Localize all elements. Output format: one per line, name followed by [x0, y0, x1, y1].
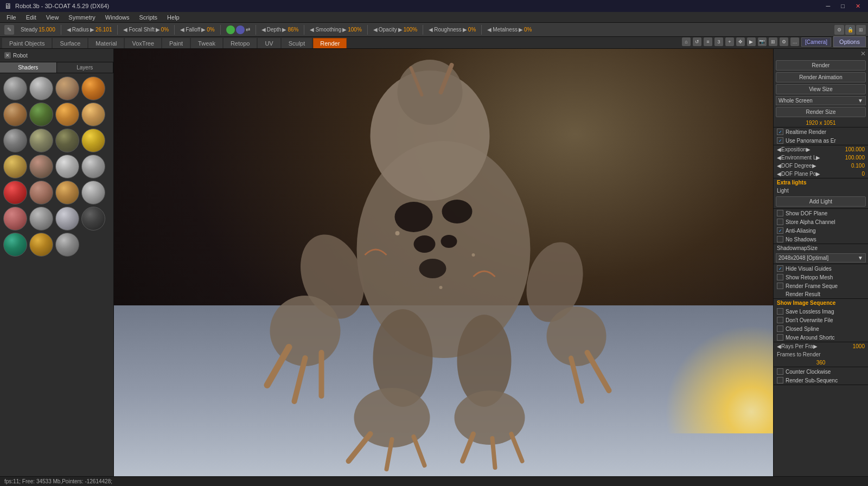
view-size-button[interactable]: View Size [776, 84, 866, 94]
color-blue[interactable] [236, 25, 245, 34]
icon-grid2[interactable]: ⊞ [769, 37, 777, 46]
viewport[interactable] [114, 49, 773, 476]
shader-4[interactable] [81, 76, 105, 100]
menu-symmetry[interactable]: Symmetry [64, 13, 100, 22]
tab-paint-objects[interactable]: Paint Objects [2, 38, 52, 48]
tab-sculpt[interactable]: Sculpt [282, 38, 312, 48]
toolbar-focal[interactable]: ◀Focal Shift▶ 0% [121, 27, 171, 33]
toolbar-smoothing[interactable]: ◀Smoothing▶ 100% [308, 27, 363, 33]
shader-20[interactable] [81, 181, 105, 204]
shader-9[interactable] [3, 129, 27, 152]
no-shadows-checkbox[interactable] [777, 236, 783, 242]
tab-tweak[interactable]: Tweak [191, 38, 222, 48]
shader-11[interactable] [55, 129, 79, 152]
shader-16[interactable] [81, 155, 105, 178]
shader-15[interactable] [55, 155, 79, 178]
render-animation-button[interactable]: Render Animation [776, 72, 866, 82]
toolbar-depth[interactable]: ◀Depth▶ 86% [259, 27, 301, 33]
menu-help[interactable]: Help [163, 13, 184, 22]
render-size-button[interactable]: Render Size [776, 107, 866, 117]
show-retopo-checkbox[interactable] [777, 274, 783, 280]
tree-close-icon[interactable]: ✕ [4, 52, 11, 59]
icon-3d[interactable]: 3 [714, 37, 723, 46]
tab-uv[interactable]: UV [258, 38, 280, 48]
shader-26[interactable] [29, 233, 53, 257]
shader-27[interactable] [55, 233, 79, 257]
tab-voxtree[interactable]: VoxTree [125, 38, 161, 48]
shader-23[interactable] [55, 207, 79, 231]
menu-windows[interactable]: Windows [101, 13, 134, 22]
toolbar-opacity[interactable]: ◀Opacity▶ 100% [371, 27, 419, 33]
tab-layers[interactable]: Layers [57, 62, 114, 73]
shader-5[interactable] [3, 103, 27, 126]
dont-overwrite-checkbox[interactable] [777, 317, 783, 323]
toolbar-metalness[interactable]: ◀Metalness▶ 0% [485, 27, 534, 33]
titlebar-controls[interactable]: ─ □ ✕ [823, 2, 864, 11]
save-lossless-checkbox[interactable] [777, 308, 783, 315]
icon-dots[interactable]: … [790, 37, 799, 46]
tab-shaders[interactable]: Shaders [0, 62, 57, 73]
toolbar-grid-icon[interactable]: ⊞ [856, 25, 866, 35]
toolbar-roughness[interactable]: ◀Roughness▶ 0% [426, 27, 478, 33]
shader-2[interactable] [29, 76, 53, 100]
toolbar-steady[interactable]: Steady 15.000 [18, 27, 58, 33]
icon-settings2[interactable]: ⚙ [780, 37, 788, 46]
shader-17[interactable] [3, 181, 27, 204]
toolbar-radius[interactable]: ◀Radius▶ 26.101 [65, 27, 114, 33]
shader-3[interactable] [55, 76, 79, 100]
shader-6[interactable] [29, 103, 53, 126]
tab-surface[interactable]: Surface [53, 38, 87, 48]
toolbar-lock-icon[interactable]: 🔒 [845, 25, 855, 35]
render-button[interactable]: Render [776, 60, 866, 71]
store-alpha-checkbox[interactable] [777, 219, 783, 225]
shader-14[interactable] [29, 155, 53, 178]
camera-badge[interactable]: [Camera] [801, 37, 831, 47]
realtime-render-checkbox[interactable] [777, 129, 783, 135]
menu-view[interactable]: View [42, 13, 63, 22]
show-dof-checkbox[interactable] [777, 210, 783, 216]
render-frame-checkbox[interactable] [777, 283, 783, 289]
shader-13[interactable] [3, 155, 27, 178]
tab-paint[interactable]: Paint [162, 38, 190, 48]
minimize-button[interactable]: ─ [823, 2, 834, 11]
shader-12[interactable] [81, 129, 105, 152]
menu-file[interactable]: File [2, 13, 21, 22]
close-panel-button[interactable]: ✕ [860, 50, 866, 57]
icon-move[interactable]: ✥ [736, 37, 745, 46]
render-sub-seq-checkbox[interactable] [777, 377, 783, 383]
shader-22[interactable] [29, 207, 53, 231]
shader-21[interactable] [3, 207, 27, 231]
toolbar-falloff[interactable]: ◀Falloff▶ 0% [178, 27, 217, 33]
shader-25[interactable] [3, 233, 27, 257]
shadowmap-dropdown[interactable]: 2048x2048 [Optimal] ▼ [776, 253, 866, 263]
tab-material[interactable]: Material [88, 38, 124, 48]
tab-retopo[interactable]: Retopo [224, 38, 257, 48]
whole-screen-dropdown[interactable]: Whole Screen ▼ [776, 96, 866, 105]
shader-19[interactable] [55, 181, 79, 204]
color-swap-icon[interactable]: ⇄ [246, 27, 250, 33]
shader-24[interactable] [81, 207, 105, 231]
shader-1[interactable] [3, 76, 27, 100]
toolbar-settings-icon[interactable]: ⚙ [834, 25, 844, 35]
use-panorama-checkbox[interactable] [777, 137, 783, 144]
icon-play[interactable]: ▶ [747, 37, 756, 46]
object-tree-item[interactable]: ✕ Robot [2, 51, 111, 60]
hide-visual-checkbox[interactable] [777, 265, 783, 272]
icon-rotate[interactable]: ↺ [693, 37, 701, 46]
counter-clockwise-checkbox[interactable] [777, 368, 783, 375]
toolbar-color-controls[interactable]: ⇄ [224, 25, 252, 34]
shader-8[interactable] [81, 103, 105, 126]
maximize-button[interactable]: □ [838, 2, 848, 11]
close-button[interactable]: ✕ [852, 2, 864, 11]
shader-18[interactable] [29, 181, 53, 204]
color-green[interactable] [226, 25, 235, 34]
add-light-button[interactable]: Add Light [776, 196, 866, 207]
menu-edit[interactable]: Edit [22, 13, 41, 22]
shader-7[interactable] [55, 103, 79, 126]
anti-aliasing-checkbox[interactable] [777, 227, 783, 234]
menu-scripts[interactable]: Scripts [135, 13, 162, 22]
shader-10[interactable] [29, 129, 53, 152]
icon-plus[interactable]: + [725, 37, 734, 46]
closed-spline-checkbox[interactable] [777, 325, 783, 332]
tab-render[interactable]: Render [313, 38, 347, 48]
